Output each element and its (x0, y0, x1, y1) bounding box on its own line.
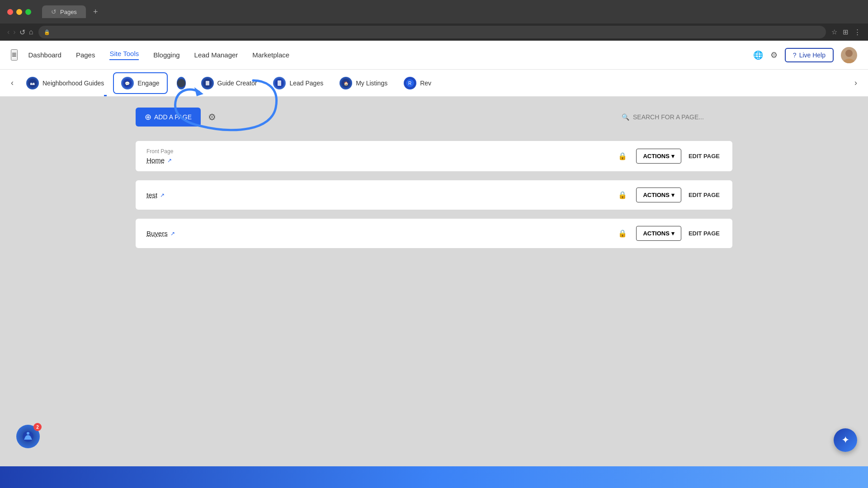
tool-tabs: ‹ 🏘 Neighborhood Guides 💬 Engage (0, 70, 868, 97)
search-input[interactable] (633, 113, 732, 121)
add-page-button[interactable]: ⊕ ADD A PAGE (136, 108, 201, 127)
page-row-test: test ↗ 🔒 ACTIONS ▾ EDIT PAGE (136, 180, 732, 210)
my-listings-icon: 🏠 (340, 77, 352, 89)
rev-label: Rev (420, 80, 431, 87)
svg-point-6 (177, 79, 185, 87)
more-menu-icon[interactable]: ⋮ (854, 28, 861, 36)
live-help-label: Live Help (799, 52, 826, 59)
actions-button-test[interactable]: ACTIONS ▾ (636, 188, 681, 202)
svg-text:🏠: 🏠 (344, 81, 349, 86)
svg-point-0 (845, 50, 853, 57)
user-avatar[interactable] (841, 47, 857, 63)
svg-point-17 (27, 432, 29, 435)
page-name-buyers: Buyers ↗ (146, 230, 175, 237)
tabs-prev-button[interactable]: ‹ (7, 75, 17, 91)
lock-icon-home: 🔒 (618, 152, 627, 160)
ext-link-buyers[interactable]: ↗ (170, 230, 175, 237)
browser-nav: ‹ › ↺ ⌂ 🔒 ☆ ⊞ ⋮ (0, 23, 868, 41)
page-toolbar: ⊕ ADD A PAGE ⚙ 🔍 (136, 108, 732, 127)
nav-blogging[interactable]: Blogging (153, 51, 179, 59)
home-button[interactable]: ⌂ (29, 28, 33, 36)
page-name-text-test: test (146, 191, 157, 199)
live-help-icon: ? (793, 52, 797, 59)
close-dot[interactable] (7, 9, 13, 15)
live-help-button[interactable]: ? Live Help (785, 48, 834, 62)
tab-engage[interactable]: 💬 Engage (113, 72, 167, 94)
tab-active-indicator (104, 95, 107, 96)
browser-tab[interactable]: ↺ Pages (42, 5, 86, 18)
actions-chevron-home: ▾ (671, 153, 675, 160)
tab-my-listings[interactable]: 🏠 My Listings (332, 73, 395, 93)
ext-link-home[interactable]: ↗ (167, 157, 172, 164)
actions-chevron-test: ▾ (671, 192, 675, 198)
lock-icon-buyers: 🔒 (618, 229, 627, 238)
maximize-dot[interactable] (25, 9, 31, 15)
lead-pages-label: Lead Pages (289, 80, 323, 87)
lock-icon: 🔒 (44, 29, 50, 35)
guide-creator-label: Guide Creator (217, 80, 257, 87)
globe-icon[interactable]: 🌐 (753, 50, 763, 60)
nav-marketplace[interactable]: Marketplace (252, 51, 289, 59)
content-area: ⊕ ADD A PAGE ⚙ 🔍 Front Page Home (0, 97, 868, 488)
forward-button[interactable]: › (13, 28, 15, 36)
settings-icon[interactable]: ⚙ (770, 50, 778, 60)
nav-links: Dashboard Pages Site Tools Blogging Lead… (28, 50, 753, 60)
page-section-test: test ↗ 🔒 ACTIONS ▾ EDIT PAGE (136, 180, 732, 210)
add-page-icon: ⊕ (145, 112, 151, 122)
tab-lead-pages[interactable]: Lead Pages (266, 73, 330, 93)
edit-page-button-buyers[interactable]: EDIT PAGE (687, 226, 722, 240)
page-section-home: Front Page Home ↗ 🔒 ACTIONS ▾ EDIT PAGE (136, 141, 732, 171)
address-bar[interactable]: 🔒 (38, 26, 826, 38)
reload-button[interactable]: ↺ (19, 28, 25, 37)
page-row-home: Front Page Home ↗ 🔒 ACTIONS ▾ EDIT PAGE (136, 141, 732, 171)
nav-dashboard[interactable]: Dashboard (28, 51, 61, 59)
tab-partial[interactable] (170, 73, 192, 93)
bookmark-icon[interactable]: ☆ (831, 28, 837, 36)
nav-arrows: ‹ › ↺ ⌂ (7, 28, 33, 37)
page-row-buyers: Buyers ↗ 🔒 ACTIONS ▾ EDIT PAGE (136, 219, 732, 248)
hamburger-button[interactable]: ≡ (11, 49, 18, 61)
toolbar-settings-gear[interactable]: ⚙ (208, 112, 216, 122)
guide-creator-icon (201, 77, 214, 89)
content-inner: ⊕ ADD A PAGE ⚙ 🔍 Front Page Home (118, 97, 750, 268)
tabs-next-button[interactable]: › (851, 75, 861, 91)
svg-point-1 (843, 59, 855, 63)
tab-rev[interactable]: R Rev (396, 73, 439, 93)
ext-link-test[interactable]: ↗ (160, 192, 165, 198)
page-section-label-home: Front Page (146, 148, 173, 155)
svg-text:R: R (408, 81, 411, 86)
edit-page-button-home[interactable]: EDIT PAGE (687, 149, 722, 163)
nav-site-tools[interactable]: Site Tools (109, 50, 139, 60)
actions-chevron-buyers: ▾ (671, 230, 675, 237)
browser-nav-actions: ☆ ⊞ ⋮ (831, 28, 861, 36)
back-button[interactable]: ‹ (7, 28, 9, 36)
actions-button-buyers[interactable]: ACTIONS ▾ (636, 226, 681, 241)
top-nav: ≡ Dashboard Pages Site Tools Blogging Le… (0, 41, 868, 70)
page-actions-buyers: 🔒 ACTIONS ▾ EDIT PAGE (618, 226, 722, 241)
my-listings-label: My Listings (356, 80, 387, 87)
minimize-dot[interactable] (16, 9, 22, 15)
nav-right: 🌐 ⚙ ? Live Help (753, 47, 857, 63)
extension-icon[interactable]: ⊞ (843, 28, 849, 36)
neighborhood-guides-label: Neighborhood Guides (42, 80, 104, 87)
footer-bar (0, 466, 868, 488)
new-tab-button[interactable]: + (93, 7, 98, 17)
page-actions-test: 🔒 ACTIONS ▾ EDIT PAGE (618, 188, 722, 202)
tab-guide-creator[interactable]: Guide Creator (194, 73, 264, 93)
search-bar: 🔍 (622, 113, 732, 121)
notification-count: 2 (33, 423, 42, 431)
tab-neighborhood-guides[interactable]: 🏘 Neighborhood Guides (19, 73, 111, 93)
notification-widget[interactable]: 2 (16, 425, 40, 448)
actions-button-home[interactable]: ACTIONS ▾ (636, 149, 681, 164)
svg-text:🏘: 🏘 (30, 81, 35, 86)
edit-page-button-test[interactable]: EDIT PAGE (687, 188, 722, 202)
nav-pages[interactable]: Pages (76, 51, 95, 59)
page-info-home: Front Page Home ↗ (146, 148, 173, 164)
page-section-buyers: Buyers ↗ 🔒 ACTIONS ▾ EDIT PAGE (136, 219, 732, 248)
actions-label-test: ACTIONS (643, 192, 670, 198)
actions-label-buyers: ACTIONS (643, 230, 670, 237)
chat-button[interactable]: ✦ (834, 428, 857, 452)
nav-lead-manager[interactable]: Lead Manager (194, 51, 238, 59)
page-actions-home: 🔒 ACTIONS ▾ EDIT PAGE (618, 149, 722, 164)
svg-rect-10 (278, 80, 281, 86)
